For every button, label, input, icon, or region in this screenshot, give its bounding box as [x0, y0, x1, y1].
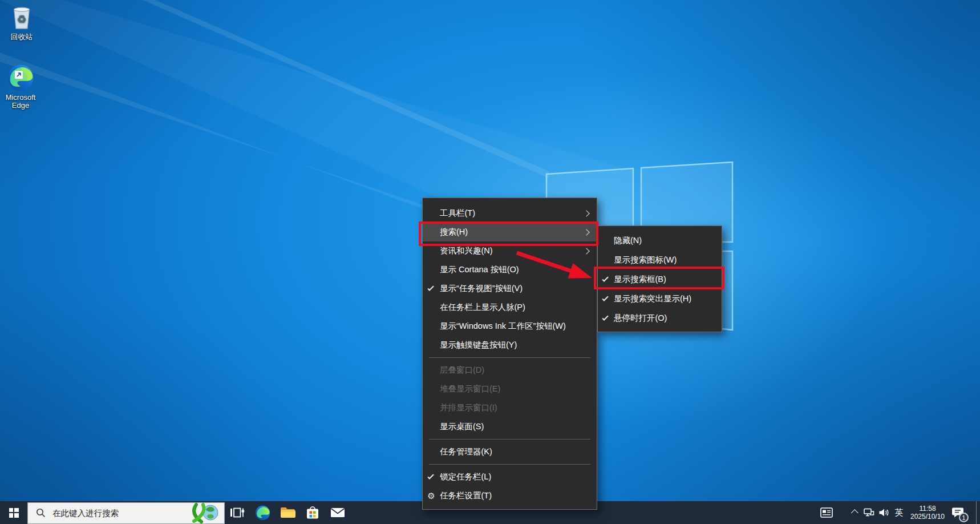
microsoft-store-icon — [306, 505, 319, 520]
task-view-button[interactable] — [225, 501, 250, 524]
checkmark-icon — [427, 284, 434, 291]
start-button[interactable] — [0, 501, 27, 524]
submenu-item-show-search-icon[interactable]: 显示搜索图标(W) — [598, 250, 722, 269]
volume-tray-button[interactable] — [876, 501, 891, 524]
menu-item-toolbars[interactable]: 工具栏(T) — [423, 204, 597, 223]
recycle-bin-icon: ♻ — [9, 5, 35, 31]
menu-item-taskbar-settings[interactable]: ⚙ 任务栏设置(T) — [423, 486, 597, 505]
action-center-button[interactable]: 1 — [948, 501, 967, 524]
svg-text:♻: ♻ — [17, 14, 26, 25]
taskbar-edge-button[interactable] — [250, 501, 275, 524]
windows-desktop-screen: ♻ 回收站 — [0, 0, 980, 524]
speaker-icon — [878, 508, 889, 517]
taskbar-search-box[interactable] — [27, 502, 225, 524]
menu-separator — [423, 354, 597, 361]
notification-badge: 1 — [959, 513, 969, 522]
menu-item-search[interactable]: 搜索(H) — [423, 223, 597, 241]
mail-icon — [330, 507, 345, 518]
system-tray: 英 11:58 2025/10/10 1 — [817, 501, 980, 524]
network-tray-button[interactable] — [861, 501, 876, 524]
windows-logo-icon — [9, 508, 19, 518]
menu-separator — [423, 461, 597, 467]
shortcut-arrow-icon — [15, 71, 23, 79]
menu-item-task-manager[interactable]: 任务管理器(K) — [423, 442, 597, 461]
gear-icon: ⚙ — [427, 491, 435, 500]
taskbar-file-explorer-button[interactable] — [275, 501, 300, 524]
desktop-icon-microsoft-edge[interactable]: Microsoft Edge — [0, 64, 42, 110]
edge-icon — [255, 505, 270, 521]
search-highlight-ribbon-globe-icon — [189, 503, 222, 523]
menu-item-side-by-side-windows: 并排显示窗口(I) — [423, 398, 597, 417]
submenu-chevron-icon — [583, 248, 589, 254]
taskbar-store-button[interactable] — [300, 501, 325, 524]
checkmark-icon — [602, 275, 608, 281]
menu-item-cascade-windows: 层叠窗口(D) — [423, 361, 597, 380]
menu-item-show-desktop[interactable]: 显示桌面(S) — [423, 417, 597, 436]
submenu-item-show-search-box[interactable]: 显示搜索框(B) — [598, 269, 722, 289]
menu-item-show-task-view-button[interactable]: 显示“任务视图”按钮(V) — [423, 279, 597, 298]
taskbar-mail-button[interactable] — [325, 501, 350, 524]
checkmark-icon — [602, 295, 608, 301]
submenu-chevron-icon — [583, 229, 589, 235]
news-icon — [820, 507, 833, 518]
task-view-icon — [230, 506, 245, 519]
checkmark-icon — [427, 473, 434, 479]
submenu-item-hide[interactable]: 隐藏(N) — [598, 231, 722, 250]
search-submenu: 隐藏(N) 显示搜索图标(W) 显示搜索框(B) 显示搜索突出显示(H) 悬停时… — [597, 225, 722, 332]
menu-item-show-windows-ink-workspace[interactable]: 显示“Windows Ink 工作区”按钮(W) — [423, 317, 597, 336]
tray-time: 11:58 — [919, 505, 936, 513]
taskbar-context-menu: 工具栏(T) 搜索(H) 资讯和兴趣(N) 显示 Cortana 按钮(O) 显… — [422, 197, 597, 510]
chevron-up-icon — [851, 509, 858, 517]
menu-item-show-cortana-button[interactable]: 显示 Cortana 按钮(O) — [423, 260, 597, 279]
news-and-interests-button[interactable] — [817, 501, 836, 524]
search-icon — [36, 508, 46, 518]
tray-date: 2025/10/10 — [910, 513, 945, 521]
menu-item-show-people[interactable]: 在任务栏上显示人脉(P) — [423, 298, 597, 317]
submenu-item-open-on-hover[interactable]: 悬停时打开(O) — [598, 308, 722, 328]
submenu-item-show-search-highlights[interactable]: 显示搜索突出显示(H) — [598, 289, 722, 308]
menu-item-show-touch-keyboard[interactable]: 显示触摸键盘按钮(Y) — [423, 336, 597, 354]
menu-item-news-and-interests[interactable]: 资讯和兴趣(N) — [423, 241, 597, 260]
network-icon — [864, 508, 874, 517]
menu-separator — [423, 436, 597, 442]
desktop-icon-recycle-bin[interactable]: ♻ 回收站 — [0, 5, 43, 41]
show-desktop-button[interactable] — [976, 501, 980, 524]
checkmark-icon — [602, 314, 608, 320]
show-hidden-icons-button[interactable] — [844, 501, 861, 524]
edge-shortcut-label: Microsoft Edge — [6, 93, 36, 110]
menu-item-stack-windows: 堆叠显示窗口(E) — [423, 380, 597, 398]
menu-item-lock-taskbar[interactable]: 锁定任务栏(L) — [423, 467, 597, 486]
clock[interactable]: 11:58 2025/10/10 — [907, 501, 948, 524]
search-input[interactable] — [51, 508, 189, 518]
ime-language-indicator[interactable]: 英 — [891, 501, 907, 524]
submenu-chevron-icon — [583, 210, 589, 216]
file-explorer-icon — [280, 506, 295, 519]
recycle-bin-label: 回收站 — [11, 33, 33, 41]
